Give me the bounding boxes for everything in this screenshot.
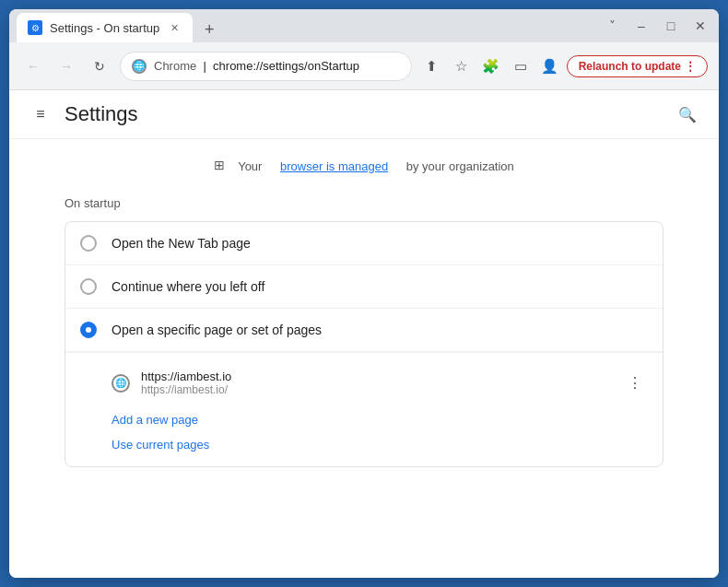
option-continue-label: Continue where you left off	[112, 279, 264, 294]
new-tab-button[interactable]: +	[196, 17, 222, 42]
section-title: On startup	[65, 196, 663, 210]
address-bar: ← → ↻ 🌐 Chrome | chrome://settings/onSta…	[9, 42, 719, 90]
tab-area: ⚙ Settings - On startup ✕ +	[17, 9, 590, 42]
settings-body: ⊞ Your browser is managed by your organi…	[9, 139, 719, 578]
active-tab[interactable]: ⚙ Settings - On startup ✕	[17, 13, 193, 42]
managed-link[interactable]: browser is managed	[280, 159, 388, 173]
option-continue[interactable]: Continue where you left off	[65, 265, 663, 309]
search-button[interactable]: 🔍	[675, 101, 700, 127]
share-icon[interactable]: ⬆	[419, 53, 445, 79]
page-title: Settings	[65, 102, 663, 126]
address-url: chrome://settings/onStartup	[213, 59, 359, 73]
tab-close-button[interactable]: ✕	[167, 20, 182, 35]
cast-icon[interactable]: ▭	[508, 53, 534, 79]
maximize-button[interactable]: □	[660, 15, 682, 37]
page-more-button[interactable]: ⋮	[622, 370, 648, 396]
tab-title: Settings - On startup	[50, 21, 159, 35]
settings-page: ≡ Settings 🔍 ⊞ Your browser is managed b…	[9, 90, 719, 578]
profile-icon[interactable]: 👤	[537, 53, 563, 79]
radio-continue[interactable]	[80, 278, 97, 295]
chevron-down-icon[interactable]: ˅	[601, 15, 623, 37]
bookmark-icon[interactable]: ☆	[449, 53, 475, 79]
address-text: Chrome | chrome://settings/onStartup	[154, 59, 359, 73]
window-controls: ˅ – □ ✕	[601, 15, 711, 37]
option-specific[interactable]: Open a specific page or set of pages	[65, 309, 663, 352]
menu-button[interactable]: ≡	[28, 101, 53, 127]
managed-text-after: by your organization	[406, 159, 514, 173]
option-new-tab[interactable]: Open the New Tab page	[65, 222, 663, 265]
page-url-title: https://iambest.io	[141, 370, 611, 383]
startup-page-entry: 🌐 https://iambest.io https://iambest.io/…	[112, 360, 648, 405]
title-bar: ⚙ Settings - On startup ✕ + ˅ – □ ✕	[9, 9, 719, 42]
close-button[interactable]: ✕	[689, 15, 711, 37]
managed-banner: ⊞ Your browser is managed by your organi…	[65, 158, 663, 174]
startup-pages-section: 🌐 https://iambest.io https://iambest.io/…	[65, 352, 663, 405]
reload-icon: ↻	[94, 59, 105, 74]
option-new-tab-label: Open the New Tab page	[112, 236, 251, 251]
options-card: Open the New Tab page Continue where you…	[65, 221, 663, 467]
page-url-subtitle: https://iambest.io/	[141, 383, 611, 396]
links-section: Add a new page Use current pages	[65, 405, 663, 466]
back-icon: ←	[27, 59, 40, 74]
use-current-pages-link[interactable]: Use current pages	[112, 434, 648, 455]
relaunch-more-icon: ⋮	[685, 60, 696, 73]
minimize-button[interactable]: –	[630, 15, 652, 37]
extension-icon[interactable]: 🧩	[478, 53, 504, 79]
add-new-page-link[interactable]: Add a new page	[112, 409, 648, 430]
radio-specific[interactable]	[80, 322, 97, 338]
forward-icon: →	[60, 59, 73, 74]
address-prefix: Chrome	[154, 59, 196, 73]
tab-favicon: ⚙	[28, 20, 42, 35]
back-button[interactable]: ←	[20, 53, 46, 79]
page-info: https://iambest.io https://iambest.io/	[141, 370, 611, 396]
page-favicon-icon: 🌐	[112, 374, 130, 393]
browser-content: ≡ Settings 🔍 ⊞ Your browser is managed b…	[9, 90, 719, 578]
search-icon: 🔍	[678, 106, 697, 123]
forward-button[interactable]: →	[53, 53, 79, 79]
managed-icon: ⊞	[214, 158, 230, 174]
settings-header: ≡ Settings 🔍	[9, 90, 719, 139]
option-specific-label: Open a specific page or set of pages	[112, 323, 322, 337]
managed-text-before: Your	[238, 159, 262, 173]
address-input[interactable]: 🌐 Chrome | chrome://settings/onStartup	[120, 52, 412, 81]
radio-new-tab[interactable]	[80, 235, 97, 252]
toolbar-icons: ⬆ ☆ 🧩 ▭ 👤 Relaunch to update ⋮	[419, 53, 708, 79]
reload-button[interactable]: ↻	[87, 53, 112, 79]
relaunch-button[interactable]: Relaunch to update ⋮	[567, 55, 708, 77]
hamburger-icon: ≡	[36, 106, 44, 123]
globe-icon: 🌐	[132, 59, 147, 74]
